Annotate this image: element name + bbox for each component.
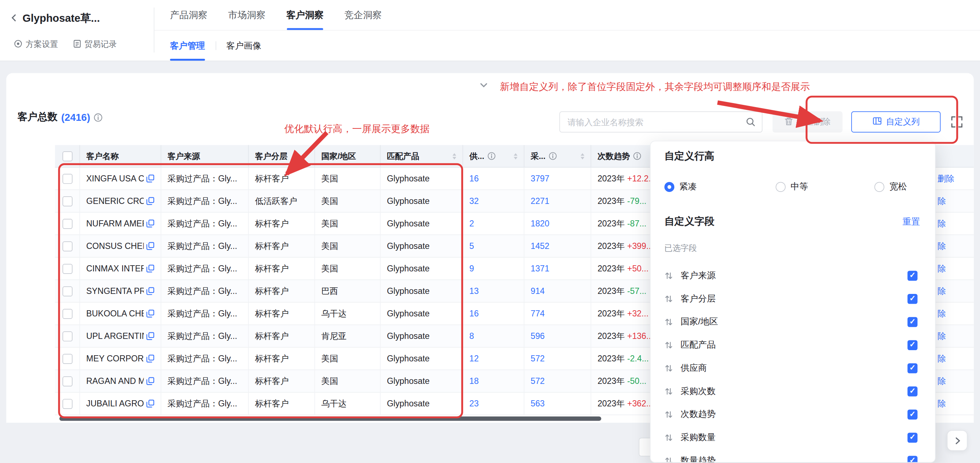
info-icon[interactable] bbox=[549, 152, 557, 160]
customer-name[interactable]: CONSUS CHEMICAL bbox=[86, 241, 144, 251]
customer-name[interactable]: XINGFA USA CORPO bbox=[86, 174, 144, 183]
field-checkbox[interactable] bbox=[907, 340, 918, 350]
suppliers-count-link[interactable]: 32 bbox=[469, 196, 479, 206]
next-page-button[interactable] bbox=[947, 430, 968, 451]
customer-name[interactable]: BUKOOLA CHEMICA bbox=[86, 309, 144, 318]
trade-records-link[interactable]: 贸易记录 bbox=[73, 39, 117, 50]
suppliers-count-link[interactable]: 16 bbox=[469, 174, 479, 183]
company-copy-icon[interactable] bbox=[146, 287, 154, 295]
company-copy-icon[interactable] bbox=[146, 332, 154, 340]
delete-link[interactable]: 除 bbox=[937, 196, 946, 207]
delete-link[interactable]: 除 bbox=[937, 353, 946, 364]
back-chevron-icon[interactable] bbox=[10, 12, 18, 25]
drag-handle-icon[interactable] bbox=[665, 318, 673, 326]
purchase-count-link[interactable]: 1371 bbox=[531, 264, 549, 273]
company-copy-icon[interactable] bbox=[146, 220, 154, 228]
search-icon[interactable] bbox=[746, 117, 756, 127]
sort-icon[interactable] bbox=[514, 153, 517, 159]
radio-icon[interactable] bbox=[775, 182, 786, 192]
purchase-count-link[interactable]: 596 bbox=[531, 331, 545, 341]
company-copy-icon[interactable] bbox=[146, 310, 154, 318]
row-checkbox[interactable] bbox=[62, 174, 72, 184]
top-tab-0[interactable]: 产品洞察 bbox=[170, 0, 207, 30]
row-checkbox[interactable] bbox=[62, 308, 72, 319]
suppliers-count-link[interactable]: 8 bbox=[469, 331, 474, 341]
col-header-customer-tier[interactable]: 客户分层 bbox=[249, 145, 315, 168]
drag-handle-icon[interactable] bbox=[665, 364, 673, 372]
purchase-count-link[interactable]: 572 bbox=[531, 376, 545, 386]
company-copy-icon[interactable] bbox=[146, 377, 154, 385]
col-header-purchase-count[interactable]: 采... bbox=[525, 145, 591, 168]
delete-link[interactable]: 删除 bbox=[937, 173, 955, 184]
plan-settings-link[interactable]: 方案设置 bbox=[14, 39, 58, 50]
field-checkbox[interactable] bbox=[907, 317, 918, 327]
row-checkbox[interactable] bbox=[62, 196, 72, 206]
row-checkbox[interactable] bbox=[62, 353, 72, 364]
reset-link[interactable]: 重置 bbox=[902, 216, 920, 228]
drag-handle-icon[interactable] bbox=[665, 456, 673, 463]
field-checkbox[interactable] bbox=[907, 363, 918, 373]
purchase-count-link[interactable]: 3797 bbox=[531, 174, 549, 183]
chevron-down-icon[interactable] bbox=[478, 79, 490, 91]
suppliers-count-link[interactable]: 2 bbox=[469, 219, 474, 228]
radio-icon[interactable] bbox=[875, 182, 885, 192]
customer-name[interactable]: SYNGENTA PROTEC bbox=[86, 286, 144, 296]
drag-handle-icon[interactable] bbox=[665, 340, 673, 349]
field-checkbox[interactable] bbox=[907, 455, 918, 463]
field-checkbox[interactable] bbox=[907, 433, 918, 443]
drag-handle-icon[interactable] bbox=[665, 271, 673, 280]
row-height-radio-1[interactable]: 中等 bbox=[775, 181, 808, 193]
company-copy-icon[interactable] bbox=[146, 399, 154, 407]
search-input[interactable] bbox=[560, 117, 746, 127]
company-copy-icon[interactable] bbox=[146, 354, 154, 362]
company-copy-icon[interactable] bbox=[146, 174, 154, 182]
sort-icon[interactable] bbox=[453, 153, 456, 159]
sub-tab-0[interactable]: 客户管理 bbox=[170, 30, 205, 61]
customer-name[interactable]: RAGAN AND MASSE bbox=[86, 376, 144, 386]
col-header-suppliers[interactable]: 供... bbox=[463, 145, 525, 168]
delete-link[interactable]: 除 bbox=[937, 330, 946, 342]
delete-link[interactable]: 除 bbox=[937, 218, 946, 229]
batch-delete-button[interactable]: 批量删除 bbox=[773, 112, 843, 133]
row-height-radio-0[interactable]: 紧凑 bbox=[665, 181, 697, 193]
fullscreen-icon[interactable] bbox=[949, 114, 965, 130]
company-copy-icon[interactable] bbox=[146, 197, 154, 205]
row-checkbox[interactable] bbox=[62, 263, 72, 274]
customer-name[interactable]: NUFARM AMERICAS, bbox=[86, 219, 144, 228]
delete-link[interactable]: 除 bbox=[937, 308, 946, 319]
select-all-checkbox[interactable] bbox=[62, 151, 72, 161]
row-checkbox[interactable] bbox=[62, 286, 72, 296]
delete-link[interactable]: 除 bbox=[937, 398, 946, 409]
breadcrumb-back[interactable]: Glyphosate草... bbox=[10, 11, 100, 26]
purchase-count-link[interactable]: 774 bbox=[531, 309, 545, 318]
top-tab-1[interactable]: 市场洞察 bbox=[228, 0, 266, 30]
suppliers-count-link[interactable]: 5 bbox=[469, 241, 474, 251]
customer-name[interactable]: CINMAX INTERNATIO bbox=[86, 264, 144, 273]
purchase-count-link[interactable]: 572 bbox=[531, 354, 545, 363]
customer-name[interactable]: MEY CORPORATION bbox=[86, 354, 144, 363]
row-checkbox[interactable] bbox=[62, 376, 72, 386]
drag-handle-icon[interactable] bbox=[665, 410, 673, 419]
custom-columns-button[interactable]: 自定义列 bbox=[851, 112, 940, 133]
purchase-count-link[interactable]: 1452 bbox=[531, 241, 549, 251]
sort-icon[interactable] bbox=[581, 153, 584, 159]
row-checkbox[interactable] bbox=[62, 331, 72, 341]
top-tab-3[interactable]: 竞企洞察 bbox=[344, 0, 382, 30]
horizontal-scrollbar[interactable] bbox=[59, 417, 601, 421]
drag-handle-icon[interactable] bbox=[665, 387, 673, 396]
company-copy-icon[interactable] bbox=[146, 265, 154, 273]
radio-icon[interactable] bbox=[665, 182, 675, 192]
customer-name[interactable]: JUBAILI AGROTEC LI bbox=[86, 399, 144, 408]
col-header-matched-product[interactable]: 匹配产品 bbox=[380, 145, 463, 168]
delete-link[interactable]: 除 bbox=[937, 241, 946, 252]
customer-name[interactable]: GENERIC CROP SCI bbox=[86, 196, 144, 206]
suppliers-count-link[interactable]: 18 bbox=[469, 376, 479, 386]
company-copy-icon[interactable] bbox=[146, 242, 154, 250]
field-checkbox[interactable] bbox=[907, 409, 918, 420]
suppliers-count-link[interactable]: 16 bbox=[469, 309, 479, 318]
suppliers-count-link[interactable]: 12 bbox=[469, 354, 479, 363]
purchase-count-link[interactable]: 1820 bbox=[531, 219, 549, 228]
row-checkbox[interactable] bbox=[62, 219, 72, 228]
suppliers-count-link[interactable]: 9 bbox=[469, 264, 474, 273]
suppliers-count-link[interactable]: 23 bbox=[469, 399, 479, 408]
